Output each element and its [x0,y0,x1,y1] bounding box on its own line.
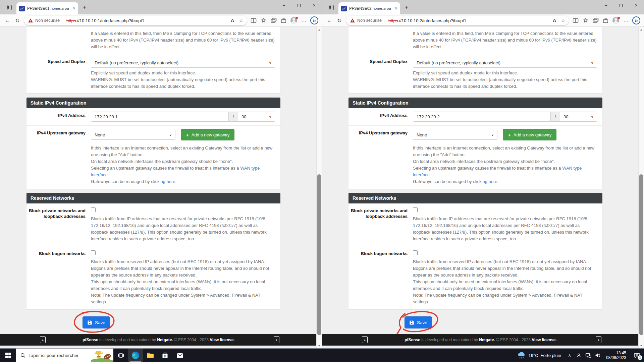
favorites-bar-icon[interactable] [259,15,269,25]
prefix-select[interactable]: 30∨ [560,112,597,122]
start-button[interactable] [0,349,16,362]
add-gateway-button[interactable]: +Add a new gateway [181,129,234,140]
profile-avatar[interactable] [289,15,299,25]
scrollbar[interactable]: ▲ ▼ [316,27,322,348]
new-tab-button[interactable]: + [83,4,87,10]
minimize-button[interactable]: − [598,0,613,10]
more-menu-icon[interactable]: … [621,15,631,25]
extensions-icon[interactable] [601,15,611,25]
ipv4-address-input[interactable] [91,112,229,122]
extensions-icon[interactable] [279,15,289,25]
address-bar[interactable]: Non sécurisé https://10.10.10.1/interfac… [24,16,247,25]
read-aloud-icon[interactable]: A [550,15,559,25]
back-button[interactable]: ← [324,15,334,25]
notification-dot [296,17,298,19]
clicking-here-link[interactable]: clicking here [151,179,175,184]
scroll-up-icon[interactable]: ▲ [317,27,322,32]
gateway-select[interactable]: None∨ [91,130,175,140]
split-screen-icon[interactable] [571,15,581,25]
block-bogon-row: Block bogon networks Blocks traffic from… [348,246,602,309]
close-button[interactable]: × [629,0,644,10]
scrollbar-thumb[interactable] [317,174,321,335]
view-license-link[interactable]: View license. [532,338,557,342]
browser-tab[interactable]: pf PFSENSE01.home.arpa - Interfac × [16,2,78,14]
address-bar[interactable]: Non sécurisé https://10.10.10.2/interfac… [346,16,569,25]
speed-duplex-select[interactable]: Default (no preference, typically autose… [91,58,275,68]
section-header-reserved-networks: Reserved Networks [26,193,280,203]
weather-widget[interactable]: 19°C Forte pluie [514,352,565,359]
more-menu-icon[interactable]: … [299,15,309,25]
refresh-button[interactable]: ↻ [334,15,344,25]
save-button[interactable]: Save [405,316,432,328]
tray-chevron-icon[interactable]: ∧ [565,349,574,362]
store-icon[interactable] [158,349,172,362]
chevron-down-icon: ∨ [169,133,172,137]
scrollbar-thumb[interactable] [639,174,643,335]
scroll-down-icon[interactable]: ▼ [639,343,644,348]
scroll-up-icon[interactable]: ▲ [639,27,644,32]
taskbar-clock[interactable]: 13:45 08/09/2023 [602,351,630,360]
tab-close-icon[interactable]: × [395,6,397,11]
tab-actions-glyph [7,5,12,10]
browser-tab[interactable]: pf PFSENSE02.home.arpa - Interfac × [338,2,400,14]
scrollbar[interactable]: ▲ ▼ [638,27,644,348]
block-private-desc: Blocks traffic from IP addresses that ar… [91,216,275,242]
refresh-button[interactable]: ↻ [12,15,22,25]
security-label[interactable]: Non sécurisé [35,18,60,23]
block-private-checkbox[interactable] [413,207,418,212]
search-highlight-graphic[interactable] [91,349,113,362]
collections-icon[interactable] [269,15,279,25]
taskbar: Taper ici pour rechercher 19°C Forte plu… [0,349,644,362]
collections-icon[interactable] [591,15,601,25]
pfsense-favicon-icon: pf [19,6,25,11]
speed-duplex-select[interactable]: Default (no preference, typically autose… [413,58,597,68]
profile-avatar[interactable] [611,15,621,25]
maximize-button[interactable] [291,0,307,10]
minimize-button[interactable]: − [276,0,291,10]
favorite-star-icon[interactable]: ☆ [237,15,246,25]
add-gateway-button[interactable]: +Add a new gateway [503,129,556,140]
new-tab-button[interactable]: + [405,4,409,10]
scroll-down-icon[interactable]: ▼ [317,343,322,348]
edge-taskbar-icon[interactable] [128,349,143,362]
maximize-button[interactable] [613,0,629,10]
block-bogon-checkbox[interactable] [413,250,418,255]
gateway-help-4: Gateways can be managed by clicking here… [91,178,275,185]
browser-window-right: pf PFSENSE02.home.arpa - Interfac × + − … [322,0,644,349]
save-button[interactable]: Save [83,316,110,328]
prefix-select[interactable]: 30∨ [238,112,275,122]
mail-icon[interactable] [172,349,187,362]
page-footer: ▲ pfSense is developed and maintained by… [0,334,317,346]
bing-discover-icon[interactable]: b [310,16,318,24]
task-view-button[interactable] [113,349,128,362]
tab-actions-icon[interactable] [327,4,335,11]
favorite-star-icon[interactable]: ☆ [559,15,568,25]
bing-discover-icon[interactable]: b [632,16,640,24]
read-aloud-icon[interactable]: A [228,15,237,25]
favorites-bar-icon[interactable] [581,15,591,25]
gateway-select[interactable]: None∨ [413,130,497,140]
ipv4-address-input[interactable] [413,112,551,122]
file-explorer-icon[interactable] [143,349,158,362]
view-license-link[interactable]: View license. [210,338,235,342]
security-label[interactable]: Non sécurisé [357,18,382,23]
prefix-value: 30 [241,114,246,119]
taskbar-search[interactable]: Taper ici pour rechercher [16,349,113,362]
clock-date: 08/09/2023 [606,355,626,360]
gateway-row: IPv4 Upstream gateway None∨ +Add a new g… [348,125,602,189]
tray-network-icon[interactable] [584,349,593,362]
footer-text: pfSense is developed and maintained by N… [405,338,557,342]
tray-volume-icon[interactable] [593,349,602,362]
save-label: Save [417,320,427,325]
block-bogon-checkbox[interactable] [91,250,96,255]
tab-title: PFSENSE02.home.arpa - Interfac [349,6,393,10]
split-screen-icon[interactable] [249,15,259,25]
block-private-checkbox[interactable] [91,207,96,212]
clicking-here-link[interactable]: clicking here [473,179,497,184]
close-button[interactable]: × [307,0,322,10]
tab-close-icon[interactable]: × [73,6,75,11]
notification-center-icon[interactable]: 1 [630,349,644,362]
tray-person-icon[interactable] [574,349,584,362]
tab-actions-icon[interactable] [5,4,13,11]
back-button[interactable]: ← [2,15,12,25]
